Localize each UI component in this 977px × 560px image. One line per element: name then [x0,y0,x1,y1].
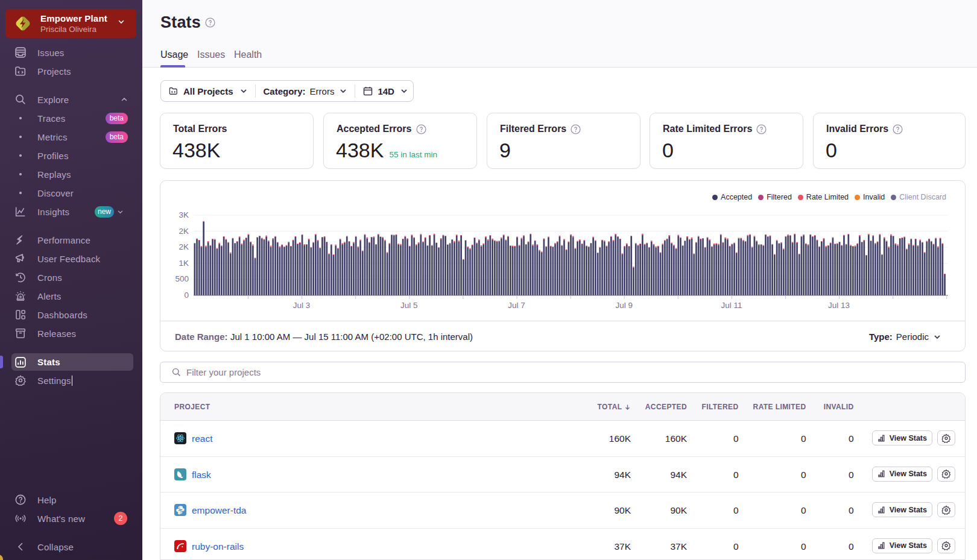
svg-text:Jul 11: Jul 11 [721,301,742,310]
svg-text:500: 500 [175,274,189,283]
svg-text:3K: 3K [179,210,189,219]
svg-text:1K: 1K [179,259,189,268]
svg-text:Jul 9: Jul 9 [615,301,633,310]
svg-text:0: 0 [184,291,189,300]
svg-text:Jul 5: Jul 5 [400,301,418,310]
svg-text:Jul 13: Jul 13 [828,301,850,310]
svg-text:Jul 3: Jul 3 [293,301,311,310]
svg-text:2K: 2K [179,227,189,236]
svg-text:2K: 2K [179,242,189,251]
svg-text:Jul 7: Jul 7 [508,301,525,310]
